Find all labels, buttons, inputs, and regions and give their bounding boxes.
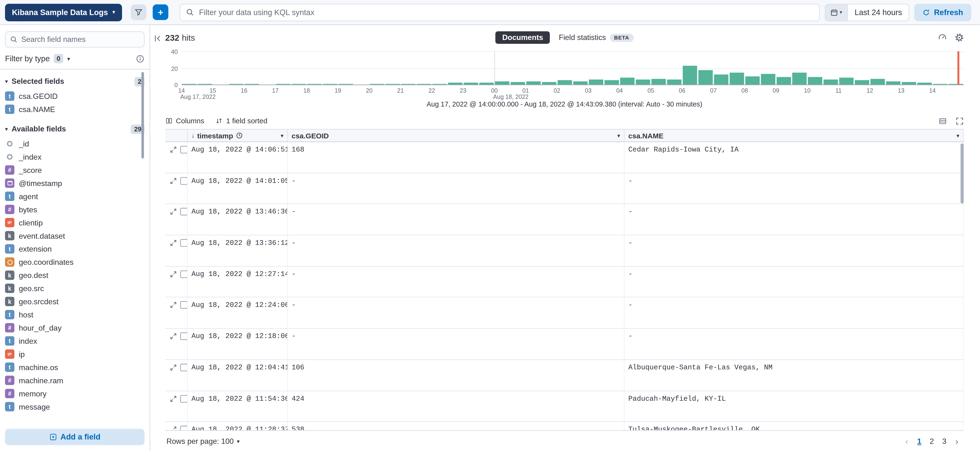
field-item-machine.ram[interactable]: #machine.ram [0, 374, 150, 387]
table-scrollbar[interactable] [961, 143, 964, 204]
histogram-bar[interactable] [276, 84, 290, 84]
histogram-bar[interactable] [307, 84, 321, 84]
histogram-bar[interactable] [229, 84, 243, 84]
column-header-timestamp[interactable]: ↓ timestamp ▾ [188, 129, 288, 142]
next-page-button[interactable]: › [951, 436, 963, 446]
select-row-checkbox[interactable] [180, 239, 188, 247]
field-item-host[interactable]: thost [0, 308, 150, 321]
histogram-bar[interactable] [385, 84, 400, 84]
date-picker-calendar-button[interactable]: ▾ [825, 4, 848, 20]
expand-document-button[interactable] [170, 426, 177, 430]
select-row-checkbox[interactable] [180, 426, 188, 430]
histogram-bar[interactable] [197, 84, 212, 84]
page-button-3[interactable]: 3 [939, 435, 950, 447]
field-item-ip[interactable]: IPip [0, 347, 150, 361]
field-item-geo.src[interactable]: kgeo.src [0, 282, 150, 295]
field-item-clientip[interactable]: IPclientip [0, 216, 150, 229]
histogram-bar[interactable] [401, 84, 415, 84]
inspect-button[interactable] [938, 33, 947, 42]
histogram-bar[interactable] [886, 81, 900, 84]
sort-fields-button[interactable]: 1 field sorted [216, 117, 267, 124]
chevron-down-icon[interactable]: ▾ [617, 132, 620, 139]
histogram-bar[interactable] [870, 79, 885, 84]
histogram-chart[interactable]: 0204014151617181920212223000102030405060… [165, 50, 964, 100]
previous-page-button[interactable]: ‹ [901, 436, 912, 446]
field-item-_score[interactable]: #_score [0, 164, 150, 177]
page-button-2[interactable]: 2 [926, 435, 937, 447]
histogram-bar[interactable] [245, 84, 259, 84]
histogram-bar[interactable] [949, 84, 963, 84]
fullscreen-button[interactable] [956, 117, 964, 125]
saved-query-menu-button[interactable] [131, 4, 146, 20]
expand-document-button[interactable] [170, 363, 177, 371]
field-item-agent[interactable]: tagent [0, 190, 150, 203]
field-item-geo.dest[interactable]: kgeo.dest [0, 269, 150, 282]
field-item-geo.coordinates[interactable]: geo.coordinates [0, 255, 150, 269]
expand-document-button[interactable] [170, 270, 177, 278]
add-filter-button[interactable]: + [153, 4, 168, 20]
selected-fields-accordion[interactable]: ▾ Selected fields 2 [0, 73, 150, 89]
histogram-bar[interactable] [495, 81, 509, 84]
field-item-event.dataset[interactable]: kevent.dataset [0, 229, 150, 242]
expand-document-button[interactable] [170, 333, 177, 340]
field-item-geo.srcdest[interactable]: kgeo.srcdest [0, 295, 150, 308]
expand-document-button[interactable] [170, 177, 177, 184]
select-row-checkbox[interactable] [180, 363, 188, 371]
field-list-info-button[interactable] [136, 54, 145, 63]
field-item-index[interactable]: tindex [0, 335, 150, 347]
histogram-bar[interactable] [698, 70, 713, 84]
select-row-checkbox[interactable] [180, 270, 188, 278]
histogram-bar[interactable] [839, 78, 853, 84]
select-row-checkbox[interactable] [180, 146, 188, 153]
select-row-checkbox[interactable] [180, 301, 188, 309]
field-item-message[interactable]: tmessage [0, 400, 150, 413]
histogram-bar[interactable] [292, 84, 306, 84]
field-item-bytes[interactable]: #bytes [0, 203, 150, 216]
histogram-bar[interactable] [824, 80, 838, 84]
histogram-bar[interactable] [776, 77, 791, 84]
column-header-csa-name[interactable]: csa.NAME ▾ [624, 129, 964, 142]
select-row-checkbox[interactable] [180, 208, 188, 215]
field-item-csa.GEOID[interactable]: tcsa.GEOID [0, 89, 150, 103]
histogram-bar[interactable] [432, 84, 447, 84]
histogram-bar[interactable] [511, 82, 525, 84]
histogram-bar[interactable] [745, 76, 760, 84]
histogram-bar[interactable] [792, 73, 807, 85]
select-row-checkbox[interactable] [180, 395, 188, 402]
tab-documents[interactable]: Documents [495, 31, 550, 44]
field-item-machine.os[interactable]: tmachine.os [0, 361, 150, 374]
histogram-bar[interactable] [808, 77, 822, 84]
field-item-_id[interactable]: _id [0, 137, 150, 150]
histogram-bar[interactable] [527, 81, 541, 84]
rows-per-page-button[interactable]: Rows per page: 100 ▾ [167, 437, 240, 446]
refresh-button[interactable]: Refresh [915, 3, 971, 21]
chevron-down-icon[interactable]: ▾ [281, 132, 283, 139]
expand-document-button[interactable] [170, 395, 177, 402]
expand-document-button[interactable] [170, 301, 177, 309]
chevron-down-icon[interactable]: ▾ [956, 132, 959, 139]
histogram-bar[interactable] [636, 80, 650, 84]
histogram-bar[interactable] [605, 80, 619, 84]
field-item-csa.NAME[interactable]: tcsa.NAME [0, 103, 150, 116]
data-view-picker-button[interactable]: Kibana Sample Data Logs ▾ [5, 3, 122, 21]
histogram-bar[interactable] [448, 83, 463, 84]
histogram-bar[interactable] [417, 84, 431, 84]
time-range-button[interactable]: Last 24 hours [848, 4, 909, 20]
select-row-checkbox[interactable] [180, 177, 188, 184]
histogram-bar[interactable] [902, 82, 916, 84]
column-header-csa-geoid[interactable]: csa.GEOID ▾ [288, 129, 624, 142]
histogram-bar[interactable] [652, 79, 666, 84]
available-fields-accordion[interactable]: ▾ Available fields 29 [0, 121, 150, 137]
filter-by-type-button[interactable]: Filter by type 0 ▾ [5, 54, 70, 63]
histogram-bar[interactable] [542, 82, 556, 84]
field-item-extension[interactable]: textension [0, 242, 150, 255]
page-button-1[interactable]: 1 [914, 435, 925, 447]
field-item-@timestamp[interactable]: @timestamp [0, 177, 150, 190]
tab-field-statistics[interactable]: Field statistics BETA [558, 33, 633, 42]
chart-options-button[interactable] [955, 33, 964, 42]
histogram-bar[interactable] [464, 83, 478, 84]
histogram-bar[interactable] [557, 80, 572, 84]
field-search-input[interactable] [5, 31, 145, 48]
histogram-bar[interactable] [855, 80, 869, 84]
histogram-bar[interactable] [667, 80, 681, 84]
